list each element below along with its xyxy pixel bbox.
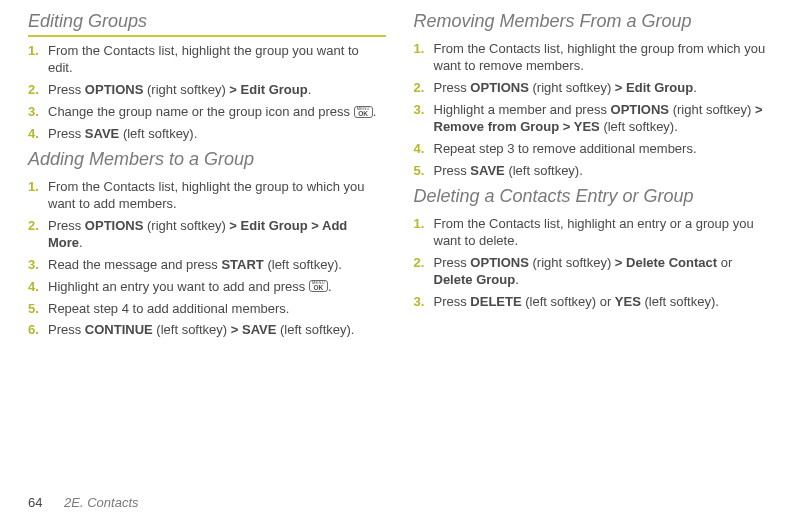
step-number: 1. [414, 41, 434, 58]
step-item: 3.Read the message and press START (left… [28, 257, 386, 274]
step-text: Press OPTIONS (right softkey) > Edit Gro… [48, 82, 386, 99]
step-text: Read the message and press START (left s… [48, 257, 386, 274]
step-text: Press OPTIONS (right softkey) > Edit Gro… [48, 218, 386, 252]
step-number: 3. [414, 294, 434, 311]
right-column: Removing Members From a Group 1.From the… [414, 10, 772, 344]
page-number: 64 [28, 495, 42, 510]
columns: Editing Groups 1.From the Contacts list,… [28, 10, 771, 344]
steps-removing-members: 1.From the Contacts list, highlight the … [414, 41, 772, 179]
steps-adding-members: 1.From the Contacts list, highlight the … [28, 179, 386, 339]
step-item: 2.Press OPTIONS (right softkey) > Edit G… [414, 80, 772, 97]
step-item: 4.Repeat step 3 to remove additional mem… [414, 141, 772, 158]
step-text: Repeat step 3 to remove additional membe… [434, 141, 772, 158]
step-text: Change the group name or the group icon … [48, 104, 386, 121]
step-text: Press SAVE (left softkey). [434, 163, 772, 180]
step-number: 1. [28, 179, 48, 196]
step-item: 1.From the Contacts list, highlight the … [414, 41, 772, 75]
step-number: 6. [28, 322, 48, 339]
heading-editing-groups: Editing Groups [28, 10, 386, 37]
step-text: Repeat step 4 to add additional members. [48, 301, 386, 318]
ok-button-icon: MENUOK [354, 106, 373, 118]
step-text: Highlight an entry you want to add and p… [48, 279, 386, 296]
step-item: 5.Repeat step 4 to add additional member… [28, 301, 386, 318]
step-text: Press SAVE (left softkey). [48, 126, 386, 143]
step-number: 4. [414, 141, 434, 158]
step-text: Press OPTIONS (right softkey) > Delete C… [434, 255, 772, 289]
footer: 64 2E. Contacts [28, 495, 139, 512]
step-number: 2. [414, 80, 434, 97]
step-text: Press CONTINUE (left softkey) > SAVE (le… [48, 322, 386, 339]
step-number: 4. [28, 279, 48, 296]
steps-editing-groups: 1.From the Contacts list, highlight the … [28, 43, 386, 142]
step-item: 1.From the Contacts list, highlight the … [28, 43, 386, 77]
ok-button-icon: MENUOK [309, 280, 328, 292]
step-text: Press DELETE (left softkey) or YES (left… [434, 294, 772, 311]
steps-deleting: 1.From the Contacts list, highlight an e… [414, 216, 772, 310]
step-item: 2.Press OPTIONS (right softkey) > Edit G… [28, 82, 386, 99]
step-number: 4. [28, 126, 48, 143]
step-number: 3. [28, 104, 48, 121]
heading-removing-members: Removing Members From a Group [414, 10, 772, 35]
step-number: 5. [414, 163, 434, 180]
step-number: 2. [414, 255, 434, 272]
step-item: 2.Press OPTIONS (right softkey) > Edit G… [28, 218, 386, 252]
heading-deleting: Deleting a Contacts Entry or Group [414, 185, 772, 210]
step-item: 3.Highlight a member and press OPTIONS (… [414, 102, 772, 136]
step-number: 1. [414, 216, 434, 233]
page: Editing Groups 1.From the Contacts list,… [0, 0, 799, 520]
step-item: 6.Press CONTINUE (left softkey) > SAVE (… [28, 322, 386, 339]
heading-adding-members: Adding Members to a Group [28, 148, 386, 173]
step-number: 3. [414, 102, 434, 119]
step-number: 2. [28, 218, 48, 235]
step-item: 5.Press SAVE (left softkey). [414, 163, 772, 180]
step-text: From the Contacts list, highlight the gr… [434, 41, 772, 75]
step-number: 1. [28, 43, 48, 60]
step-item: 1.From the Contacts list, highlight the … [28, 179, 386, 213]
step-number: 2. [28, 82, 48, 99]
step-item: 3.Change the group name or the group ico… [28, 104, 386, 121]
step-text: From the Contacts list, highlight the gr… [48, 179, 386, 213]
step-item: 2.Press OPTIONS (right softkey) > Delete… [414, 255, 772, 289]
step-text: From the Contacts list, highlight the gr… [48, 43, 386, 77]
step-item: 4.Press SAVE (left softkey). [28, 126, 386, 143]
step-text: Highlight a member and press OPTIONS (ri… [434, 102, 772, 136]
step-text: From the Contacts list, highlight an ent… [434, 216, 772, 250]
step-item: 1.From the Contacts list, highlight an e… [414, 216, 772, 250]
left-column: Editing Groups 1.From the Contacts list,… [28, 10, 386, 344]
step-number: 3. [28, 257, 48, 274]
step-text: Press OPTIONS (right softkey) > Edit Gro… [434, 80, 772, 97]
step-number: 5. [28, 301, 48, 318]
footer-label: 2E. Contacts [64, 495, 138, 510]
step-item: 4.Highlight an entry you want to add and… [28, 279, 386, 296]
step-item: 3.Press DELETE (left softkey) or YES (le… [414, 294, 772, 311]
